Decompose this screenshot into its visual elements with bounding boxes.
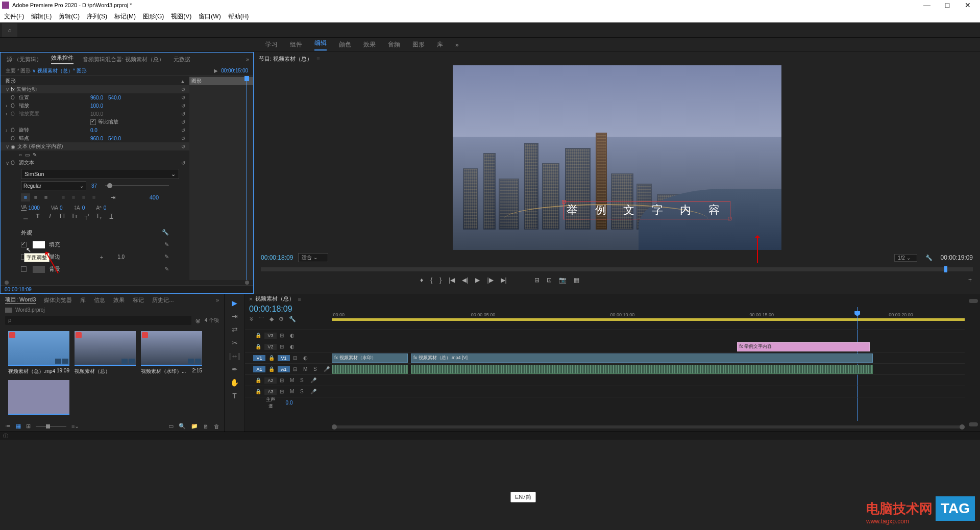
toggle-output-icon[interactable]: ⊟ bbox=[280, 377, 287, 383]
maximize-button[interactable]: □ bbox=[937, 1, 958, 9]
slip-tool[interactable]: |↔| bbox=[229, 352, 240, 360]
ws-tab-more[interactable]: » bbox=[455, 41, 459, 48]
lock-icon[interactable]: 🔒 bbox=[268, 366, 275, 372]
go-to-in-button[interactable]: |◀ bbox=[449, 276, 455, 284]
type-tool[interactable]: T bbox=[232, 392, 237, 400]
ec-footer-timecode[interactable]: 00:00:18:09 bbox=[5, 287, 32, 292]
toggle-output-icon[interactable]: ⊟ bbox=[280, 389, 287, 394]
align-justify-last-right[interactable]: ≡ bbox=[89, 193, 99, 201]
text-overlay[interactable]: 举 例 文 字 内 容 bbox=[563, 201, 730, 219]
subscript-button[interactable]: Tᴛ bbox=[94, 213, 104, 221]
anchor-x[interactable]: 960.0 bbox=[90, 136, 103, 141]
bg-swatch[interactable] bbox=[33, 266, 45, 273]
add-stroke-button[interactable]: + bbox=[100, 254, 103, 260]
freeform-view-button[interactable]: ⊞ bbox=[26, 423, 31, 430]
play-button[interactable]: ▶ bbox=[475, 276, 480, 284]
sort-button[interactable]: ≡⌄ bbox=[71, 423, 79, 430]
eyedropper-icon[interactable]: ✎ bbox=[164, 241, 169, 248]
track-label[interactable]: A3 bbox=[264, 389, 277, 395]
tab-audio-mixer[interactable]: 音频剪辑混合器: 视频素材（总） bbox=[83, 56, 164, 63]
timeline-clip[interactable]: fx 视频素材（水印） bbox=[332, 354, 408, 363]
eye-icon[interactable]: ◐ bbox=[290, 344, 297, 349]
vertical-scroll-top[interactable] bbox=[969, 299, 978, 303]
new-bin-button[interactable]: 📁 bbox=[191, 423, 198, 430]
pen-icon[interactable]: ✎ bbox=[33, 152, 37, 158]
pen-tool[interactable]: ✒ bbox=[232, 365, 238, 373]
ws-tab-audio[interactable]: 音频 bbox=[388, 40, 400, 49]
new-item-button[interactable]: 🗎 bbox=[203, 423, 209, 430]
scrubber-playhead[interactable] bbox=[944, 266, 947, 272]
reset-icon[interactable]: ↺ bbox=[181, 136, 185, 141]
tab-project[interactable]: 项目: Word3 bbox=[5, 296, 36, 304]
project-item[interactable]: 视频素材（总） bbox=[75, 331, 136, 375]
project-item[interactable]: 视频素材（水印）...2:15 bbox=[141, 331, 202, 375]
menu-graphics[interactable]: 图形(G) bbox=[143, 12, 164, 21]
reset-icon[interactable]: ↺ bbox=[181, 111, 185, 117]
stroke-value[interactable]: 1.0 bbox=[117, 254, 125, 260]
tab-markers[interactable]: 标记 bbox=[133, 296, 144, 304]
baseline-shift-control[interactable]: Aª 0 bbox=[96, 205, 106, 211]
fx-text[interactable]: ∨◉ 文本 (举例文字内容) ↺ bbox=[1, 142, 189, 150]
tab-effects[interactable]: 效果 bbox=[113, 296, 125, 304]
timeline-clip-graphic[interactable]: fx 举例文字内容 bbox=[737, 342, 870, 351]
menu-sequence[interactable]: 序列(S) bbox=[87, 12, 107, 21]
align-justify-button[interactable]: ≡ bbox=[59, 193, 68, 201]
rotation-value[interactable]: 0.0 bbox=[90, 128, 97, 133]
ws-tab-graphics[interactable]: 图形 bbox=[412, 40, 425, 49]
section-collapse-icon[interactable]: ▲ bbox=[180, 79, 185, 84]
tab-metadata[interactable]: 元数据 bbox=[174, 56, 190, 63]
list-view-button[interactable]: ≔ bbox=[5, 423, 11, 430]
bold-button[interactable]: T bbox=[33, 213, 42, 221]
ws-tab-edit[interactable]: 编辑 bbox=[314, 39, 327, 51]
panel-overflow-icon[interactable]: » bbox=[216, 297, 219, 303]
ec-scroll-thumb-left[interactable] bbox=[5, 281, 9, 285]
menu-clip[interactable]: 剪辑(C) bbox=[59, 12, 80, 21]
timeline-sequence-title[interactable]: 视频素材（总） bbox=[255, 295, 295, 302]
timeline-timecode[interactable]: 00:00:18:09 bbox=[249, 305, 331, 314]
track-label[interactable]: V1 bbox=[278, 355, 290, 361]
timeline-clip[interactable]: fx 视频素材（总）.mp4 [V] bbox=[411, 354, 873, 363]
ws-tab-libraries[interactable]: 库 bbox=[437, 40, 443, 49]
timeline-clip-audio[interactable] bbox=[332, 365, 408, 374]
delete-button[interactable]: 🗑 bbox=[214, 423, 219, 430]
reset-icon[interactable]: ↺ bbox=[181, 103, 185, 109]
reset-icon[interactable]: ↺ bbox=[181, 119, 185, 125]
linked-selection-icon[interactable]: ⌒ bbox=[259, 316, 264, 323]
tab-media-browser[interactable]: 媒体浏览器 bbox=[44, 296, 72, 304]
breadcrumb-link[interactable]: 视频素材（总）* 图形 bbox=[37, 67, 87, 74]
align-center-button[interactable]: ≡ bbox=[31, 193, 40, 201]
ws-tab-learn[interactable]: 学习 bbox=[265, 40, 278, 49]
lock-icon[interactable]: 🔒 bbox=[255, 344, 261, 349]
step-forward-button[interactable]: |▶ bbox=[487, 276, 493, 284]
baseline-value[interactable]: 0 bbox=[104, 205, 107, 211]
stopwatch-icon[interactable]: Ö bbox=[11, 136, 17, 141]
home-button[interactable]: ⌂ bbox=[2, 23, 17, 37]
align-left-button[interactable]: ≡ bbox=[21, 193, 30, 201]
program-timecode[interactable]: 00:00:18:09 bbox=[261, 254, 293, 261]
kerning-value[interactable]: 0 bbox=[60, 205, 63, 211]
fx-vector-motion[interactable]: ∨fx 矢量运动 ↺ bbox=[1, 85, 189, 93]
hand-tool[interactable]: ✋ bbox=[230, 378, 239, 387]
export-frame-button[interactable]: 📷 bbox=[559, 276, 567, 284]
menu-window[interactable]: 窗口(W) bbox=[199, 12, 220, 21]
stopwatch-icon[interactable]: Ö bbox=[11, 160, 17, 166]
ws-tab-assembly[interactable]: 组件 bbox=[290, 40, 302, 49]
mute-icon[interactable]: M bbox=[303, 366, 310, 372]
position-y[interactable]: 540.0 bbox=[108, 95, 121, 100]
marker-icon[interactable]: ◆ bbox=[270, 316, 274, 323]
track-label[interactable]: V3 bbox=[264, 333, 277, 339]
lock-icon[interactable]: 🔒 bbox=[255, 377, 261, 383]
eyedropper-icon[interactable]: ✎ bbox=[164, 266, 169, 272]
ime-indicator[interactable]: EN♪简 bbox=[510, 492, 536, 502]
close-button[interactable]: ✕ bbox=[958, 1, 978, 9]
project-search-input[interactable]: ρ bbox=[5, 316, 191, 325]
extract-button[interactable]: ⊡ bbox=[547, 276, 552, 284]
mark-in-button[interactable]: { bbox=[430, 276, 432, 284]
scale-value[interactable]: 100.0 bbox=[90, 103, 103, 109]
track-select-tool[interactable]: ⇥ bbox=[232, 312, 238, 320]
comparison-view-button[interactable]: ▦ bbox=[574, 276, 579, 284]
menu-edit[interactable]: 编辑(E) bbox=[31, 12, 52, 21]
ec-mini-timeline[interactable]: 图形 bbox=[189, 76, 253, 280]
tab-effect-controls[interactable]: 效果控件 bbox=[51, 54, 74, 64]
zoom-fit-select[interactable]: 适合 ⌄ bbox=[298, 253, 328, 262]
